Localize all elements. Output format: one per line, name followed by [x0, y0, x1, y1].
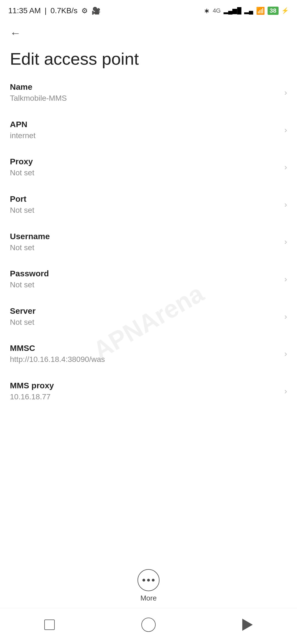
back-button[interactable]: ←	[10, 28, 21, 39]
settings-item-username-value: Not set	[10, 243, 50, 252]
more-dots	[142, 579, 155, 582]
chevron-right-icon: ›	[284, 162, 287, 172]
settings-item-mms-proxy-value: 10.16.18.77	[10, 392, 54, 402]
bluetooth-icon: ∗	[204, 7, 210, 15]
gear-icon: ⚙	[81, 7, 88, 15]
more-dot-3	[152, 579, 155, 582]
settings-item-password-value: Not set	[10, 280, 49, 290]
toolbar: ←	[0, 19, 297, 41]
settings-item-server-value: Not set	[10, 318, 35, 327]
chevron-right-icon: ›	[284, 386, 287, 396]
settings-item-mms-proxy-content: MMS proxy 10.16.18.77	[10, 381, 54, 402]
settings-list: Name Talkmobile-MMS › APN internet › Pro…	[0, 74, 297, 561]
settings-item-mms-proxy[interactable]: MMS proxy 10.16.18.77 ›	[0, 372, 297, 410]
settings-item-apn-content: APN internet	[10, 119, 35, 140]
more-dot-2	[147, 579, 150, 582]
status-time: 11:35 AM	[8, 6, 41, 15]
settings-item-mmsc-label: MMSC	[10, 343, 105, 353]
more-label: More	[140, 594, 156, 602]
signal-2-icon: ▂▄	[244, 7, 253, 14]
settings-item-proxy[interactable]: Proxy Not set ›	[0, 148, 297, 186]
settings-item-mms-proxy-label: MMS proxy	[10, 381, 54, 391]
settings-item-mmsc[interactable]: MMSC http://10.16.18.4:38090/was ›	[0, 335, 297, 372]
nav-recents-icon	[44, 620, 55, 630]
settings-item-apn[interactable]: APN internet ›	[0, 111, 297, 149]
settings-item-server-label: Server	[10, 306, 35, 316]
status-speed: |	[45, 6, 46, 15]
nav-bar	[0, 608, 297, 644]
network-4g-icon: 4G	[213, 7, 221, 14]
chevron-right-icon: ›	[284, 237, 287, 246]
settings-item-port-label: Port	[10, 194, 34, 204]
settings-item-password-label: Password	[10, 269, 49, 279]
chevron-right-icon: ›	[284, 125, 287, 135]
signal-icon: ▂▄▆█	[224, 7, 241, 14]
settings-item-username-label: Username	[10, 231, 50, 241]
settings-item-port-content: Port Not set	[10, 194, 34, 215]
nav-home-icon	[141, 618, 156, 632]
settings-item-username-content: Username Not set	[10, 231, 50, 252]
settings-item-mmsc-value: http://10.16.18.4:38090/was	[10, 355, 105, 364]
settings-item-name-label: Name	[10, 82, 67, 92]
settings-item-proxy-label: Proxy	[10, 157, 34, 167]
settings-item-port[interactable]: Port Not set ›	[0, 186, 297, 223]
page-title: Edit access point	[0, 41, 297, 74]
status-right: ∗ 4G ▂▄▆█ ▂▄ 📶 38 ⚡	[204, 7, 289, 15]
battery-icon: 38	[268, 7, 279, 15]
chevron-right-icon: ›	[284, 349, 287, 358]
more-button[interactable]: More	[138, 569, 160, 602]
chevron-right-icon: ›	[284, 88, 287, 97]
status-network-speed: 0.7KB/s	[51, 6, 78, 15]
settings-item-port-value: Not set	[10, 206, 34, 215]
more-section: More	[0, 561, 297, 608]
settings-item-server-content: Server Not set	[10, 306, 35, 327]
more-circle-icon	[138, 569, 160, 591]
status-bar: 11:35 AM | 0.7KB/s ⚙ 🎥 ∗ 4G ▂▄▆█ ▂▄ 📶 38…	[0, 0, 297, 19]
nav-back-icon	[242, 619, 253, 631]
nav-home-button[interactable]	[138, 614, 160, 636]
settings-item-proxy-content: Proxy Not set	[10, 157, 34, 178]
settings-item-username[interactable]: Username Not set ›	[0, 223, 297, 261]
chevron-right-icon: ›	[284, 274, 287, 284]
more-dot-1	[142, 579, 145, 582]
settings-item-server[interactable]: Server Not set ›	[0, 298, 297, 335]
settings-item-name-content: Name Talkmobile-MMS	[10, 82, 67, 103]
settings-item-apn-label: APN	[10, 119, 35, 129]
status-left: 11:35 AM | 0.7KB/s ⚙ 🎥	[8, 6, 100, 15]
settings-item-name[interactable]: Name Talkmobile-MMS ›	[0, 74, 297, 111]
settings-item-proxy-value: Not set	[10, 168, 34, 178]
settings-item-name-value: Talkmobile-MMS	[10, 94, 67, 103]
nav-recents-button[interactable]	[38, 614, 61, 636]
settings-item-apn-value: internet	[10, 131, 35, 140]
chevron-right-icon: ›	[284, 200, 287, 209]
wifi-icon: 📶	[256, 7, 265, 15]
camera-icon: 🎥	[92, 7, 100, 15]
chevron-right-icon: ›	[284, 312, 287, 321]
back-arrow-icon: ←	[10, 27, 21, 39]
settings-item-mmsc-content: MMSC http://10.16.18.4:38090/was	[10, 343, 105, 364]
nav-back-button[interactable]	[237, 614, 258, 636]
settings-item-password-content: Password Not set	[10, 269, 49, 290]
charging-icon: ⚡	[281, 7, 289, 14]
settings-item-password[interactable]: Password Not set ›	[0, 260, 297, 298]
